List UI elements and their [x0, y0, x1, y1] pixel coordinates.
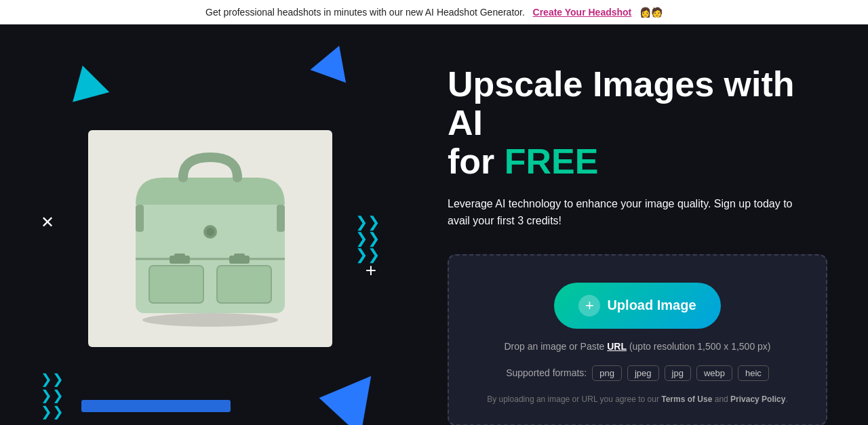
- right-panel: Upscale Images with AI for FREE Leverage…: [420, 24, 868, 425]
- deco-plus-icon: +: [366, 260, 376, 281]
- deco-bar-bottom: [81, 400, 231, 412]
- deco-chevron-icon-2: ❯❯: [355, 231, 380, 246]
- bag-svg-illustration: [108, 144, 312, 333]
- deco-chevrons-right: ❯❯ ❯❯ ❯❯: [355, 215, 380, 262]
- deco-chevron-down-icon-3: ❯❯: [41, 404, 64, 419]
- terms-text: By uploading an image or URL you agree t…: [469, 394, 806, 404]
- upload-card: + Upload Image Drop an image or Paste UR…: [448, 254, 827, 425]
- banner-emojis: 👩🧑: [639, 7, 663, 18]
- deco-chevrons-bottom: ❯❯ ❯❯ ❯❯: [41, 371, 64, 419]
- terms-suffix: .: [785, 394, 787, 404]
- terms-prefix: By uploading an image or URL you agree t…: [487, 394, 661, 404]
- upload-image-button[interactable]: + Upload Image: [554, 283, 720, 329]
- deco-triangle-top-right-icon: [310, 39, 357, 83]
- url-link[interactable]: URL: [607, 341, 627, 352]
- deco-triangle-top-left-icon: [64, 61, 110, 102]
- upload-plus-icon: +: [578, 295, 600, 317]
- format-badge-jpeg: jpeg: [627, 365, 659, 381]
- svg-point-12: [206, 228, 214, 236]
- drop-text-prefix: Drop an image or Paste: [505, 341, 608, 352]
- drop-text: Drop an image or Paste URL (upto resolut…: [469, 341, 806, 352]
- deco-chevron-down-icon-1: ❯❯: [41, 371, 64, 386]
- format-badge-png: png: [592, 365, 622, 381]
- privacy-policy-link[interactable]: Privacy Policy: [730, 394, 785, 404]
- headline-free: FREE: [505, 142, 599, 181]
- headline-line2-prefix: for: [448, 142, 505, 181]
- svg-rect-3: [277, 205, 285, 232]
- bag-image: [88, 130, 332, 347]
- deco-chevron-icon-1: ❯❯: [355, 215, 380, 230]
- format-badge-jpg: jpg: [665, 365, 691, 381]
- deco-chevron-down-icon-2: ❯❯: [41, 388, 64, 403]
- svg-rect-5: [149, 266, 203, 303]
- formats-row: Supported formats: png jpeg jpg webp hei…: [469, 365, 806, 381]
- svg-rect-10: [234, 254, 245, 256]
- deco-triangle-bottom-right-icon: [314, 367, 372, 425]
- left-panel: ❯❯ ❯❯ ❯❯ ✕ + ❯❯ ❯❯ ❯❯: [0, 24, 420, 425]
- svg-rect-2: [136, 205, 144, 232]
- main-content: ❯❯ ❯❯ ❯❯ ✕ + ❯❯ ❯❯ ❯❯: [0, 24, 868, 425]
- page-title: Upscale Images with AI for FREE: [448, 65, 827, 182]
- terms-of-use-link[interactable]: Terms of Use: [661, 394, 712, 404]
- drop-text-suffix: (upto resolution 1,500 x 1,500 px): [627, 341, 770, 352]
- banner-text: Get professional headshots in minutes wi…: [205, 7, 525, 18]
- svg-rect-7: [170, 256, 190, 264]
- svg-rect-8: [174, 254, 185, 256]
- terms-and: and: [712, 394, 730, 404]
- format-badge-heic: heic: [738, 365, 769, 381]
- top-banner: Get professional headshots in minutes wi…: [0, 0, 868, 24]
- deco-cross-icon: ✕: [41, 213, 54, 232]
- svg-rect-6: [217, 266, 271, 303]
- formats-label: Supported formats:: [506, 367, 587, 378]
- hero-subtext: Leverage AI technology to enhance your i…: [448, 195, 800, 230]
- format-badge-webp: webp: [696, 365, 732, 381]
- upload-button-label: Upload Image: [607, 298, 696, 313]
- svg-rect-9: [229, 256, 250, 264]
- headline-line1: Upscale Images with AI: [448, 64, 795, 142]
- svg-point-13: [142, 313, 278, 327]
- banner-cta-link[interactable]: Create Your Headshot: [533, 7, 632, 18]
